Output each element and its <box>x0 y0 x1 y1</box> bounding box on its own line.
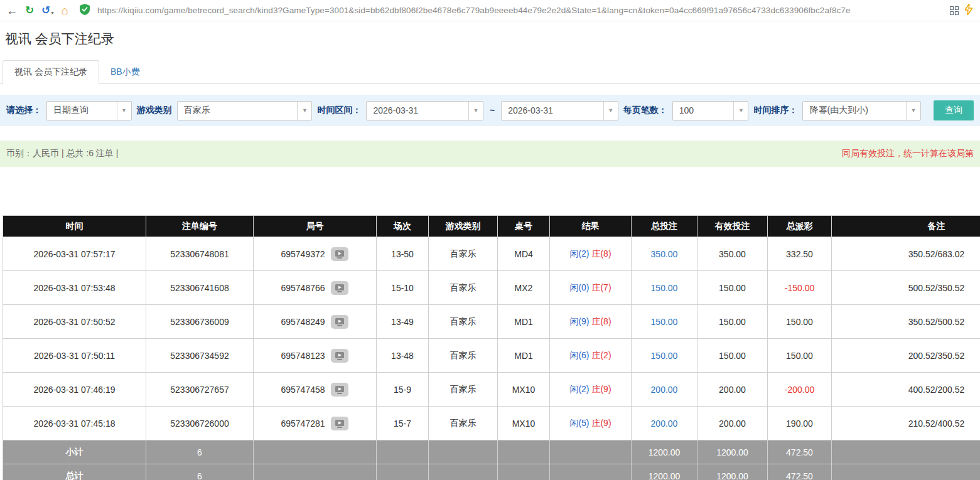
cell-table-no: MX10 <box>498 407 550 440</box>
footer-empty-cell <box>550 464 632 480</box>
undo-dropdown-caret-icon[interactable]: ▾ <box>51 10 54 16</box>
footer-payout: 472.50 <box>768 440 832 464</box>
total-bet-link[interactable]: 200.00 <box>651 385 678 395</box>
cell-total-bet: 200.00 <box>632 407 697 440</box>
cell-remark: 400.52/200.52 <box>832 373 980 407</box>
footer-label: 小计 <box>3 440 146 464</box>
round-id-text: 695748249 <box>281 317 325 327</box>
chevron-down-icon[interactable]: ▼ <box>733 102 748 120</box>
cell-result: 闲(0) 庄(7) <box>550 271 632 305</box>
undo-icon[interactable]: ↺ <box>41 5 50 16</box>
table-row: 2026-03-31 07:53:48523306741608695748766… <box>3 271 980 305</box>
result-banker: 庄(9) <box>591 418 611 428</box>
total-bet-link[interactable]: 350.00 <box>651 249 678 259</box>
chevron-down-icon[interactable]: ▼ <box>297 102 311 120</box>
cell-table-no: MD4 <box>498 237 550 271</box>
payout-value: -150.00 <box>785 283 814 293</box>
total-bet-link[interactable]: 150.00 <box>651 351 678 361</box>
result-player: 闲(0) <box>569 282 589 292</box>
round-id-text: 695747281 <box>281 419 325 429</box>
summary-bar: 币别：人民币 | 总共 :6 注单 | 同局有效投注，统一计算在该局第 <box>0 141 980 167</box>
date-to-select[interactable]: 2026-03-31 ▼ <box>501 101 618 120</box>
cell-session: 13-49 <box>377 305 429 339</box>
cell-round-id: 695747458 <box>254 373 377 407</box>
cell-time: 2026-03-31 07:50:11 <box>3 339 146 373</box>
round-id-text: 695748766 <box>281 283 325 293</box>
cell-valid-bet: 150.00 <box>697 339 768 373</box>
replay-icon[interactable] <box>330 382 349 397</box>
game-type-value: 百家乐 <box>178 105 298 116</box>
footer-empty-cell <box>377 440 429 464</box>
table-row: 2026-03-31 07:57:17523306748081695749372… <box>3 237 980 271</box>
currency-total-text: 币别：人民币 | 总共 :6 注单 | <box>6 148 118 159</box>
cell-remark: 500.52/350.52 <box>832 271 980 305</box>
page-size-select[interactable]: 100 ▼ <box>672 101 749 120</box>
replay-icon[interactable] <box>330 416 349 431</box>
footer-empty-cell <box>377 464 429 480</box>
total-bet-link[interactable]: 150.00 <box>651 283 678 293</box>
result-player: 闲(5) <box>569 418 589 428</box>
search-button[interactable]: 查询 <box>934 100 974 120</box>
date-to-value: 2026-03-31 <box>502 105 603 115</box>
tab-betrecord[interactable]: 视讯 会员下注纪录 <box>3 60 99 84</box>
replay-icon[interactable] <box>330 247 349 262</box>
table-row: 2026-03-31 07:45:18523306726000695747281… <box>3 407 980 440</box>
footer-label: 总计 <box>3 464 146 480</box>
back-icon[interactable]: ← <box>6 5 18 16</box>
cell-result: 闲(9) 庄(8) <box>550 305 632 339</box>
footer-empty-cell <box>550 440 632 464</box>
tab-bar: 视讯 会员下注纪录 BB小费 <box>0 60 980 84</box>
flash-icon[interactable] <box>965 4 972 18</box>
cell-total-bet: 200.00 <box>632 373 697 407</box>
col-header-game-type: 游戏类别 <box>429 216 498 237</box>
chevron-down-icon[interactable]: ▼ <box>906 102 920 120</box>
replay-icon[interactable] <box>330 314 349 329</box>
col-header-round-id: 局号 <box>254 216 377 237</box>
total-bet-link[interactable]: 200.00 <box>651 419 678 429</box>
replay-icon[interactable] <box>330 280 349 296</box>
cell-time: 2026-03-31 07:45:18 <box>3 407 146 440</box>
replay-icon[interactable] <box>330 348 349 363</box>
footer-empty-cell <box>832 440 980 464</box>
date-range-tilde: ~ <box>488 105 496 115</box>
cell-session: 15-10 <box>377 271 429 305</box>
result-player: 闲(6) <box>569 350 589 360</box>
table-row: 2026-03-31 07:50:11523306734592695748123… <box>3 339 980 373</box>
result-banker: 庄(8) <box>591 248 611 259</box>
undo-control[interactable]: ↺ ▾ <box>41 5 53 16</box>
url-bar[interactable]: https://kiqiiu.com/game/betrecord_search… <box>97 6 942 15</box>
cell-total-bet: 150.00 <box>632 339 697 373</box>
footer-count: 6 <box>146 440 254 464</box>
sort-order-select[interactable]: 降幂(由大到小) ▼ <box>802 101 921 120</box>
cell-time: 2026-03-31 07:57:17 <box>3 237 146 271</box>
game-type-select[interactable]: 百家乐 ▼ <box>177 101 313 120</box>
cell-payout: -150.00 <box>768 271 832 305</box>
result-player: 闲(2) <box>569 248 589 259</box>
cell-session: 13-50 <box>377 237 429 271</box>
col-header-result: 结果 <box>550 216 632 237</box>
table-row: 2026-03-31 07:50:52523306736009695748249… <box>3 305 980 339</box>
chevron-down-icon[interactable]: ▼ <box>117 102 131 120</box>
site-safety-shield-icon[interactable] <box>80 4 90 18</box>
cell-result: 闲(6) 庄(2) <box>550 339 632 373</box>
tab-bb-tip[interactable]: BB小费 <box>99 61 151 83</box>
extensions-grid-icon[interactable] <box>950 6 959 15</box>
cell-table-no: MD1 <box>498 305 550 339</box>
cell-bet-id: 523306736009 <box>146 305 254 339</box>
date-from-select[interactable]: 2026-03-31 ▼ <box>366 101 483 120</box>
cell-bet-id: 523306748081 <box>146 237 254 271</box>
col-header-session: 场次 <box>377 216 429 237</box>
payout-value: -200.00 <box>785 385 814 395</box>
cell-payout: 190.00 <box>768 407 832 440</box>
cell-valid-bet: 200.00 <box>697 407 768 440</box>
table-header-row: 时间注单编号局号场次游戏类别桌号结果总投注有效投注总派彩备注 <box>3 216 980 237</box>
chevron-down-icon[interactable]: ▼ <box>603 102 618 120</box>
payout-value: 150.00 <box>786 317 813 327</box>
chevron-down-icon[interactable]: ▼ <box>468 102 483 120</box>
round-id-text: 695747458 <box>281 385 325 395</box>
home-icon[interactable]: ⌂ <box>62 4 68 16</box>
refresh-icon[interactable]: ↻ <box>25 5 34 16</box>
total-bet-link[interactable]: 150.00 <box>651 317 678 327</box>
query-mode-select[interactable]: 日期查询 ▼ <box>46 101 132 120</box>
page-size-value: 100 <box>673 105 734 115</box>
